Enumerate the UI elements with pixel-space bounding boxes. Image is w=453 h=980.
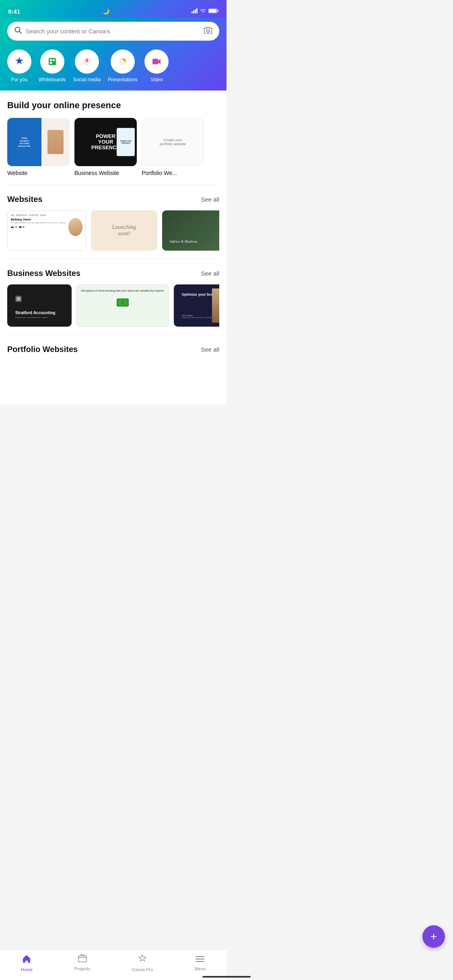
- bottom-padding: [0, 364, 226, 405]
- tax-icon: [81, 295, 165, 309]
- websites-title: Websites: [7, 195, 42, 204]
- video-icon-circle: [144, 49, 169, 74]
- whiteboards-label: Whiteboards: [39, 77, 66, 82]
- build-card-portfolio[interactable]: Create yourportfolio website Portfolio W…: [142, 118, 204, 177]
- svg-line-8: [19, 31, 21, 33]
- category-presentations[interactable]: Presentations: [108, 49, 137, 82]
- search-input[interactable]: [26, 28, 200, 35]
- svg-rect-5: [218, 10, 218, 12]
- business-websites-title: Business Websites: [7, 269, 80, 278]
- svg-rect-0: [191, 12, 193, 13]
- svg-point-10: [19, 61, 20, 62]
- build-card-business[interactable]: POWERYOURPRESENCE POWER YOUR PRESENCE Bu…: [74, 118, 137, 177]
- tax-card[interactable]: Get peace of mind knowing that your taxe…: [76, 284, 169, 327]
- svg-rect-13: [53, 59, 55, 61]
- launching-text: Launchingsoon!: [109, 221, 139, 240]
- portfolio-thumbnail: Create yourportfolio website: [142, 118, 204, 166]
- category-whiteboards[interactable]: Whiteboards: [39, 49, 66, 82]
- video-label: Video: [150, 77, 163, 82]
- website-label: Website: [7, 170, 27, 176]
- business-websites-section: Business Websites See all Stratford Acco…: [0, 259, 226, 335]
- social-icon-circle: [75, 49, 99, 74]
- svg-rect-3: [196, 8, 198, 13]
- svg-point-19: [121, 60, 124, 63]
- category-foryou[interactable]: For you: [7, 49, 31, 82]
- categories-row: For you Whiteboards: [7, 49, 219, 82]
- svg-rect-1: [193, 10, 194, 13]
- websites-cards: BIO PORTFOLIO PODCAST BLOG Bethany Jones…: [7, 210, 219, 255]
- svg-rect-12: [50, 59, 52, 61]
- portfolio-see-all[interactable]: See all: [201, 346, 219, 353]
- svg-point-9: [207, 30, 210, 33]
- camera-icon[interactable]: [204, 27, 212, 36]
- main-content: Build your online presence Today,transfo…: [0, 91, 226, 405]
- svg-rect-11: [49, 58, 56, 65]
- svg-rect-6: [209, 9, 216, 12]
- category-video[interactable]: Video: [144, 49, 169, 82]
- build-title: Build your online presence: [7, 100, 219, 111]
- stratford-subtitle: Expertise. Commitment. Value.: [15, 316, 64, 319]
- portfolio-title: Portfolio Websites: [7, 345, 78, 354]
- status-time: 9:41: [8, 8, 20, 15]
- portfolio-header: Portfolio Websites See all: [7, 345, 219, 354]
- foryou-icon-circle: [7, 49, 31, 74]
- websites-see-all[interactable]: See all: [201, 196, 219, 203]
- status-bar: 9:41 🌙: [0, 0, 226, 18]
- search-icon: [14, 27, 22, 36]
- build-section: Build your online presence Today,transfo…: [0, 91, 226, 185]
- foryou-label: For you: [11, 77, 28, 82]
- business-website-label: Business Website: [74, 170, 119, 176]
- whiteboards-icon-circle: [40, 49, 64, 74]
- build-card-website[interactable]: Today,transformyour bodyand your life. W…: [7, 118, 70, 177]
- svg-point-17: [86, 60, 87, 61]
- optimize-card[interactable]: Optimize your brand Silvia Wilson Brand …: [174, 284, 219, 327]
- portfolio-label: Portfolio We...: [142, 170, 177, 176]
- stratford-title: Stratford Accounting: [15, 311, 64, 315]
- presentations-icon-circle: [111, 49, 135, 74]
- header-area: For you Whiteboards: [0, 18, 226, 91]
- business-websites-header: Business Websites See all: [7, 269, 219, 278]
- wifi-icon: [200, 8, 206, 14]
- business-see-all[interactable]: See all: [201, 270, 219, 277]
- social-label: Social media: [73, 77, 101, 82]
- status-moon-icon: 🌙: [103, 8, 109, 14]
- search-bar[interactable]: [7, 22, 219, 41]
- business-cards: Stratford Accounting Expertise. Commitme…: [7, 284, 219, 331]
- presentations-label: Presentations: [108, 77, 137, 82]
- bethany-card[interactable]: BIO PORTFOLIO PODCAST BLOG Bethany Jones…: [7, 210, 86, 251]
- tax-text: Get peace of mind knowing that your taxe…: [81, 289, 165, 293]
- svg-rect-15: [53, 62, 55, 64]
- jeffries-card[interactable]: Jeffries & Madison: [162, 210, 219, 251]
- launching-card[interactable]: Launchingsoon!: [91, 210, 157, 251]
- bethany-subtitle: I'm a dedicated culture critic and blogg…: [11, 222, 66, 224]
- jeffries-text: Jeffries & Madison: [166, 236, 201, 247]
- svg-rect-14: [50, 62, 52, 64]
- website-thumbnail: Today,transformyour bodyand your life.: [7, 118, 70, 166]
- svg-point-24: [122, 302, 124, 303]
- svg-rect-2: [195, 9, 196, 13]
- status-icons: [191, 8, 218, 14]
- bethany-name: Bethany Jones: [11, 218, 66, 221]
- signal-icon: [191, 8, 198, 14]
- category-social[interactable]: Social media: [73, 49, 101, 82]
- stratford-card[interactable]: Stratford Accounting Expertise. Commitme…: [7, 284, 72, 327]
- portfolio-section: Portfolio Websites See all: [0, 335, 226, 364]
- build-cards: Today,transformyour bodyand your life. W…: [7, 118, 219, 181]
- svg-rect-20: [152, 59, 158, 64]
- websites-section: Websites See all BIO PORTFOLIO PODCAST B…: [0, 185, 226, 259]
- battery-icon: [208, 8, 218, 14]
- business-website-thumbnail: POWERYOURPRESENCE POWER YOUR PRESENCE: [74, 118, 137, 166]
- websites-header: Websites See all: [7, 195, 219, 204]
